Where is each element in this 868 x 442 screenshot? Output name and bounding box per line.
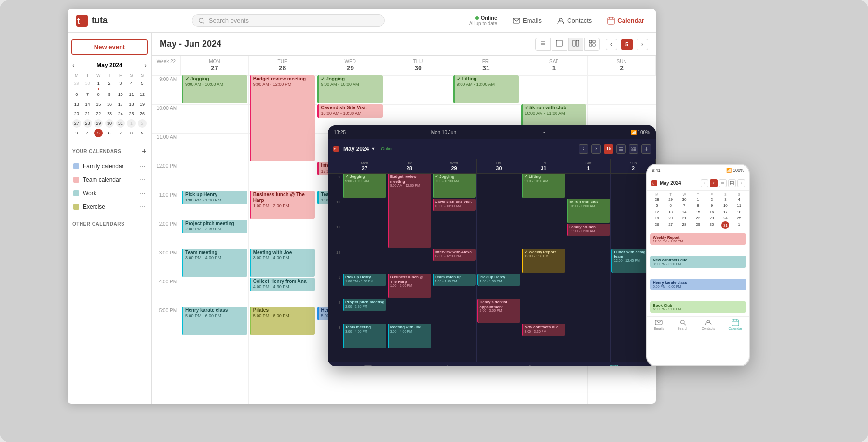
add-calendar-btn[interactable]: + (142, 147, 147, 156)
mini-cal-day[interactable]: 2 (105, 79, 114, 88)
mini-cal-day[interactable]: 17 (116, 100, 125, 108)
tablet-event-lifting[interactable]: ✓ Lifting 9:00 - 10:00 AM (522, 174, 565, 198)
mini-cal-day[interactable]: 2 (138, 119, 147, 128)
mini-cal-day[interactable]: 28 (83, 119, 92, 128)
tablet-nav-search[interactable]: Search (442, 364, 454, 366)
event-pickup-henry[interactable]: Pick up Henry 1:00 PM - 1:30 PM (182, 191, 247, 204)
event-project-pitch[interactable]: Project pitch meeting 2:00 PM - 2:30 PM (182, 220, 247, 233)
tablet-event-project-pitch[interactable]: Project pitch meeting 2:00 - 2:30 PM (343, 299, 386, 311)
tablet-today-badge[interactable]: 10 (604, 144, 613, 154)
exercise-more-btn[interactable]: ··· (139, 202, 146, 211)
team-more-btn[interactable]: ··· (139, 175, 146, 184)
phone-event-new-contracts[interactable]: New contracts due 3:00 PM - 3:30 PM (650, 256, 746, 268)
calendar-exercise[interactable]: Exercise ··· (71, 200, 148, 214)
event-team-meeting-mon[interactable]: Team meeting 3:00 PM - 4:00 PM (182, 249, 247, 277)
tablet-event-jogging-wed[interactable]: ✓ Jogging 9:00 - 10:00 AM (433, 174, 476, 198)
mini-cal-day[interactable]: 4 (127, 79, 136, 88)
tablet-event-pickup-henry[interactable]: Pick up Henry 1:00 PM - 1:30 PM (343, 274, 386, 286)
tablet-event-family-brunch[interactable]: Family brunch 11:00 - 11:30 AM (567, 224, 610, 236)
work-more-btn[interactable]: ··· (139, 189, 146, 198)
mini-cal-day[interactable]: 16 (105, 100, 114, 108)
phone-event-henry-karate[interactable]: Henry karate class 5:00 PM - 6:00 PM (650, 279, 746, 290)
phone-grid-btn[interactable] (728, 179, 736, 187)
tablet-event-jogging-mon[interactable]: ✓ Jogging 9:00 - 10:00 AM (343, 174, 386, 198)
mini-cal-day[interactable]: 9 (138, 129, 147, 137)
mini-cal-day[interactable]: 14 (83, 100, 92, 108)
tablet-nav-calendar[interactable]: Calendar (606, 364, 622, 366)
mini-cal-day[interactable]: 23 (105, 109, 114, 118)
event-jogging-wed[interactable]: ✓ Jogging 9:00 AM - 10:00 AM (317, 75, 383, 103)
phone-today-btn[interactable]: 31 (710, 179, 718, 187)
day-view-btn[interactable] (552, 38, 567, 51)
phone-nav-calendar[interactable]: Calendar (729, 319, 742, 330)
mini-cal-prev[interactable]: ‹ (72, 61, 75, 69)
family-more-btn[interactable]: ··· (139, 162, 146, 171)
mini-cal-day[interactable]: 25 (127, 109, 136, 118)
mini-cal-day[interactable]: 7 (83, 90, 92, 99)
phone-next-btn[interactable]: › (737, 179, 745, 187)
nav-emails[interactable]: Emails (509, 15, 545, 27)
mini-cal-day[interactable]: 3 (72, 129, 81, 137)
mini-cal-day[interactable]: 13 (72, 100, 81, 108)
event-jogging-mon[interactable]: ✓ Jogging 9:00 AM - 10:00 AM (182, 75, 247, 103)
mini-cal-day[interactable]: 4 (83, 129, 92, 137)
mini-cal-day[interactable]: 7 (116, 129, 125, 137)
mini-cal-next[interactable]: › (144, 61, 147, 69)
mini-cal-day-today[interactable]: 5 (94, 129, 103, 137)
tablet-event-interview[interactable]: Interview with Alexa 12:00 - 12:30 PM (433, 249, 476, 261)
prev-week-btn[interactable]: ‹ (606, 39, 617, 50)
next-week-btn[interactable]: › (637, 39, 648, 50)
phone-today[interactable]: 31 (721, 221, 729, 229)
tablet-event-lunch[interactable]: Business lunch @ The Harp 1:00 - 2:00 PM (388, 274, 431, 298)
mini-cal-day[interactable]: 31 (116, 119, 125, 128)
tablet-prev-btn[interactable]: ‹ (579, 144, 588, 154)
mini-cal-day[interactable]: 8 (127, 129, 136, 137)
mini-cal-day[interactable]: 9 (105, 90, 114, 99)
search-bar[interactable]: Search events (192, 14, 385, 27)
mini-cal-day[interactable]: 21 (83, 109, 92, 118)
mini-cal-day[interactable]: 1 (94, 79, 103, 88)
nav-contacts[interactable]: Contacts (553, 15, 596, 27)
phone-prev-btn[interactable]: ‹ (701, 179, 708, 187)
mini-cal-day[interactable]: 1 (127, 119, 136, 128)
list-view-btn[interactable] (535, 38, 551, 51)
event-cavendish[interactable]: Cavendish Site Visit 10:00 AM - 10:30 AM (317, 104, 383, 118)
mini-cal-day[interactable]: 8 (94, 90, 103, 99)
mini-cal-day[interactable]: 19 (138, 100, 147, 108)
mini-cal-day[interactable]: 11 (127, 90, 136, 99)
phone-nav-emails[interactable]: Emails (654, 319, 664, 330)
mini-cal-day[interactable]: 24 (116, 109, 125, 118)
tablet-event-team-catch-wed[interactable]: Team catch up 1:00 - 1:30 PM (433, 274, 476, 286)
month-view-btn[interactable] (584, 38, 600, 51)
tablet-event-budget[interactable]: Budget review meeting 9:00 AM - 12:00 PM (388, 174, 431, 248)
mini-cal-day[interactable]: 29 (94, 119, 103, 128)
mini-cal-day[interactable]: 6 (72, 90, 81, 99)
week-view-btn[interactable] (568, 38, 583, 51)
tablet-event-meeting-joe[interactable]: Meeting with Joe 3:00 - 4:00 PM (388, 324, 431, 348)
tablet-event-weekly-report[interactable]: ✓ Weekly Report 12:00 - 1:30 PM (522, 249, 565, 273)
tablet-event-cavendish[interactable]: Cavendish Site Visit 10:00 - 10:30 AM (433, 199, 476, 211)
event-henry-karate[interactable]: Henry karate class 5:00 PM - 6:00 PM (182, 307, 247, 335)
tablet-event-pickup-henry-thu[interactable]: Pick up Henry 1:00 - 1:30 PM (477, 274, 521, 286)
tablet-nav-contacts[interactable]: Contacts (522, 364, 538, 366)
tablet-event-dentist[interactable]: Henry's dentist appointment 2:00 - 3:00 … (477, 299, 521, 323)
phone-event-weekly-report[interactable]: Weekly Report 12:00 PM - 1:30 PM (650, 233, 746, 245)
mini-cal-day[interactable]: 10 (116, 90, 125, 99)
tablet-list-view[interactable] (616, 144, 626, 154)
phone-nav-search[interactable]: Search (678, 319, 688, 330)
mini-cal-day[interactable]: 22 (94, 109, 103, 118)
mini-cal-day[interactable]: 18 (127, 100, 136, 108)
tablet-grid-view[interactable] (629, 144, 638, 154)
calendar-family[interactable]: Family calendar ··· (71, 160, 148, 173)
event-budget-review[interactable]: Budget review meeting 9:00 AM - 12:00 PM (250, 75, 315, 161)
event-meeting-joe[interactable]: Meeting with Joe 3:00 PM - 4:00 PM (250, 249, 315, 277)
tablet-month-selector[interactable]: May 2024 ▼ (343, 146, 375, 152)
event-pilates[interactable]: Pilates 5:00 PM - 6:00 PM (250, 307, 315, 335)
tablet-add-event-btn[interactable]: + (641, 144, 651, 154)
tablet-event-team-meeting[interactable]: Team meeting 3:00 - 4:00 PM (343, 324, 386, 348)
event-business-lunch[interactable]: Business lunch @ The Harp 1:00 PM - 2:00… (250, 191, 315, 219)
mini-cal-day[interactable]: 12 (138, 90, 147, 99)
mini-cal-day[interactable]: 29 (72, 79, 81, 88)
tablet-next-btn[interactable]: › (591, 144, 601, 154)
tablet-nav-emails[interactable]: Emails (362, 364, 374, 366)
